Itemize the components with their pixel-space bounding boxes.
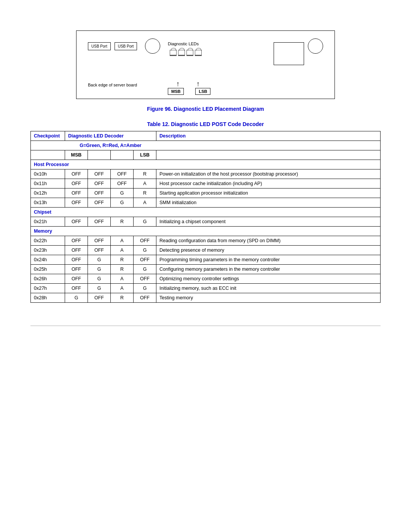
col3-empty: [111, 150, 134, 160]
rect-connector-right: [274, 42, 304, 65]
description-cell: Initializing a chipset component: [156, 217, 381, 227]
led-cell: OFF: [88, 236, 111, 246]
led-cell: R: [111, 255, 134, 265]
msb-label: MSB: [168, 88, 184, 95]
description-cell: Power-on initialization of the host proc…: [156, 169, 381, 179]
led-cell: G: [111, 189, 134, 198]
led-cell: OFF: [134, 293, 156, 303]
led-cell: OFF: [65, 236, 88, 246]
checkpoint-cell: 0x28h: [31, 293, 65, 303]
subheader-desc-empty: [156, 141, 381, 150]
arrow-up-lsb: ↑: [196, 80, 200, 88]
msl-empty: [31, 150, 65, 160]
back-edge-label: Back edge of server board: [88, 83, 137, 87]
led-cell: G: [88, 265, 111, 274]
led-cell: G: [134, 246, 156, 255]
table-row: 0x23hOFFOFFAGDetecting presence of memor…: [31, 246, 381, 255]
table-row: 0x12hOFFOFFGRStarting application proces…: [31, 189, 381, 198]
checkpoint-cell: 0x10h: [31, 169, 65, 179]
led-cell: R: [134, 169, 156, 179]
table-row: 0x27hOFFGAGInitializing memory, such as …: [31, 284, 381, 293]
section-row-memory: Memory: [31, 227, 381, 236]
led-cell: OFF: [65, 189, 88, 198]
circle-connector-right: [308, 38, 323, 54]
description-cell: SMM initialization: [156, 198, 381, 208]
led-icon-1: [170, 50, 177, 56]
led-cell: OFF: [65, 284, 88, 293]
led-cell: G: [134, 265, 156, 274]
lsb-col-header: LSB: [134, 150, 156, 160]
table-row: 0x25hOFFGRGConfiguring memory parameters…: [31, 265, 381, 274]
msb-lsb-header-row: MSB LSB: [31, 150, 381, 160]
led-cell: G: [88, 284, 111, 293]
description-cell: Initializing memory, such as ECC init: [156, 284, 381, 293]
lsb-label: LSB: [195, 88, 210, 95]
led-cell: G: [88, 274, 111, 284]
led-cell: R: [111, 217, 134, 227]
led-cell: OFF: [88, 189, 111, 198]
table-row: 0x11hOFFOFFOFFAHost processor cache init…: [31, 179, 381, 189]
table-row: 0x13hOFFOFFGASMM initialization: [31, 198, 381, 208]
checkpoint-cell: 0x26h: [31, 274, 65, 284]
table-row: 0x21hOFFOFFRGInitializing a chipset comp…: [31, 217, 381, 227]
subheader-empty: [31, 141, 65, 150]
led-cell: OFF: [88, 169, 111, 179]
footer: [30, 326, 381, 330]
led-cell: G: [134, 284, 156, 293]
led-cell: A: [111, 274, 134, 284]
table-row: 0x24hOFFGROFFProgramming timing paramete…: [31, 255, 381, 265]
table-header-row: Checkpoint Diagnostic LED Decoder Descri…: [31, 131, 381, 141]
led-cell: OFF: [111, 169, 134, 179]
description-cell: Configuring memory parameters in the mem…: [156, 265, 381, 274]
usb-port-2: USB Port: [115, 42, 137, 50]
led-cell: A: [111, 246, 134, 255]
led-cell: OFF: [65, 198, 88, 208]
checkpoint-cell: 0x12h: [31, 189, 65, 198]
led-cell: R: [111, 293, 134, 303]
checkpoint-cell: 0x11h: [31, 179, 65, 189]
usb-port-1: USB Port: [88, 42, 111, 50]
led-cell: OFF: [65, 169, 88, 179]
led-cell: OFF: [65, 265, 88, 274]
checkpoint-cell: 0x21h: [31, 217, 65, 227]
header-led-decoder: Diagnostic LED Decoder: [65, 131, 156, 141]
checkpoint-cell: 0x23h: [31, 246, 65, 255]
led-cell: G: [134, 217, 156, 227]
led-cell: OFF: [88, 293, 111, 303]
led-cell: OFF: [88, 179, 111, 189]
led-cell: OFF: [88, 198, 111, 208]
led-cell: A: [134, 198, 156, 208]
led-cell: OFF: [134, 274, 156, 284]
led-cell: OFF: [65, 255, 88, 265]
usb-ports: USB Port USB Port: [88, 42, 137, 50]
led-cell: OFF: [88, 246, 111, 255]
section-label: Host Processor: [31, 160, 381, 169]
subheader-color-key: G=Green, R=Red, A=Amber: [65, 141, 156, 150]
led-cell: R: [134, 189, 156, 198]
msl-desc-empty: [156, 150, 381, 160]
arrow-up-msb: ↑: [176, 80, 180, 88]
diagram-container: USB Port USB Port Diagnostic LEDs Back e…: [30, 30, 381, 99]
description-cell: Testing memory: [156, 293, 381, 303]
table-row: 0x22hOFFOFFAOFFReading configuration dat…: [31, 236, 381, 246]
description-cell: Host processor cache initialization (inc…: [156, 179, 381, 189]
checkpoint-cell: 0x22h: [31, 236, 65, 246]
table-row: 0x26hOFFGAOFFOptimizing memory controlle…: [31, 274, 381, 284]
led-cell: OFF: [65, 179, 88, 189]
led-cell: A: [134, 179, 156, 189]
led-icon-3: [186, 50, 193, 56]
led-cell: G: [111, 198, 134, 208]
led-cell: OFF: [88, 217, 111, 227]
led-cell: G: [65, 293, 88, 303]
diag-leds-label: Diagnostic LEDs: [168, 42, 199, 46]
led-cell: OFF: [65, 274, 88, 284]
description-cell: Optimizing memory controller settings: [156, 274, 381, 284]
led-cell: OFF: [111, 179, 134, 189]
description-cell: Programming timing parameters in the mem…: [156, 255, 381, 265]
header-checkpoint: Checkpoint: [31, 131, 65, 141]
led-cell: A: [111, 236, 134, 246]
checkpoint-cell: 0x13h: [31, 198, 65, 208]
led-cell: OFF: [134, 255, 156, 265]
circle-connector-left: [145, 38, 160, 54]
section-row-chipset: Chipset: [31, 208, 381, 217]
